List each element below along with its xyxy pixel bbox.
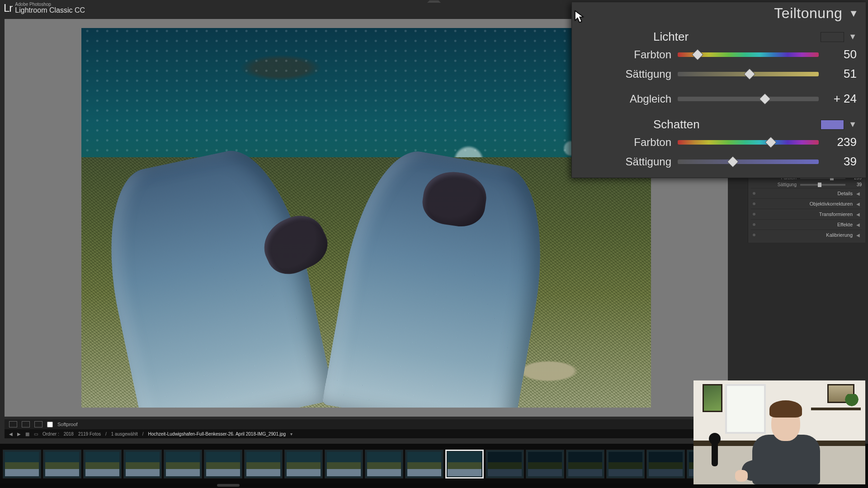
window-grabber[interactable] — [427, 0, 441, 3]
filmstrip-thumb[interactable] — [244, 450, 283, 479]
main-photo[interactable] — [81, 28, 651, 408]
highlights-sat-slider[interactable] — [678, 72, 819, 76]
shadows-sat-value[interactable]: 39 — [825, 155, 857, 169]
app-logo: Lr — [4, 2, 12, 14]
shadows-swatch[interactable] — [821, 120, 844, 130]
path-folder-label: Ordner : — [42, 432, 59, 436]
view-split-icon[interactable] — [34, 421, 42, 427]
filmstrip-thumb[interactable] — [83, 450, 122, 479]
shadows-swatch-menu-icon[interactable]: ▼ — [849, 120, 857, 129]
path-dropdown-icon[interactable]: ▾ — [290, 432, 292, 436]
develop-panel-background: Farbton 239 Sättigung 39 Details◀ Objekt… — [748, 172, 865, 243]
filmstrip-thumb[interactable] — [405, 450, 443, 479]
path-filename[interactable]: Hochzeit-Ludwigshafen-Full-Benkesser-26.… — [148, 432, 286, 436]
section-transform[interactable]: Transformieren◀ — [751, 209, 862, 219]
highlights-sat-label: Sättigung — [581, 68, 671, 80]
balance-slider[interactable] — [678, 97, 819, 101]
section-details[interactable]: Details◀ — [751, 188, 862, 198]
highlights-hue-label: Farbton — [581, 48, 671, 61]
breadcrumb: ◀ ▶ ▦ ▭ Ordner : 2018 2119 Fotos/ 1 ausg… — [5, 429, 732, 438]
filmstrip-thumb[interactable] — [445, 450, 484, 479]
panel-title[interactable]: Teiltonung — [774, 5, 842, 22]
filmstrip-thumb[interactable] — [325, 450, 363, 479]
panel-collapse-icon[interactable]: ▼ — [849, 8, 859, 19]
webcam-overlay — [693, 380, 865, 484]
split-toning-panel: Teiltonung ▼ Lichter ▼ Farbton 50 Sättig… — [571, 2, 866, 178]
filmstrip-thumb[interactable] — [164, 450, 202, 479]
path-count: 2119 Fotos — [78, 432, 101, 436]
nav-back-icon[interactable]: ◀ — [9, 432, 13, 436]
filmstrip-thumb[interactable] — [646, 450, 685, 479]
view-loupe-icon[interactable] — [9, 421, 17, 427]
balance-value[interactable]: + 24 — [825, 92, 857, 106]
path-selected: 1 ausgewählt — [111, 432, 138, 436]
grid-icon[interactable]: ▦ — [25, 432, 29, 436]
section-calibration[interactable]: Kalibrierung◀ — [751, 230, 862, 240]
filmstrip-thumb[interactable] — [606, 450, 645, 479]
path-year[interactable]: 2018 — [64, 432, 74, 436]
shadows-hue-slider[interactable] — [678, 140, 819, 145]
secondary-monitor-icon[interactable]: ▭ — [34, 432, 38, 436]
highlights-hue-slider[interactable] — [678, 52, 819, 57]
highlights-swatch-menu-icon[interactable]: ▼ — [849, 32, 857, 42]
mouse-cursor-icon — [575, 10, 585, 24]
shadows-title: Schatten — [653, 117, 700, 131]
filmstrip-thumb[interactable] — [123, 450, 162, 479]
filmstrip-thumb[interactable] — [526, 450, 564, 479]
filmstrip-thumb[interactable] — [365, 450, 403, 479]
shadows-sat-slider[interactable] — [678, 160, 819, 164]
shadows-hue-label: Farbton — [581, 136, 671, 149]
filmstrip-thumb[interactable] — [3, 450, 41, 479]
shadows-hue-value[interactable]: 239 — [825, 135, 857, 149]
highlights-hue-value[interactable]: 50 — [825, 47, 857, 61]
filmstrip-thumb[interactable] — [43, 450, 81, 479]
softproof-checkbox[interactable] — [47, 422, 53, 427]
app-name: Lightroom Classic CC — [15, 7, 85, 14]
secondary-toolbar: Softproof — [5, 419, 732, 429]
mini-sat-value[interactable]: 39 — [849, 182, 862, 187]
mini-sat-slider[interactable] — [800, 184, 845, 186]
highlights-title: Lichter — [653, 30, 689, 44]
app-header: Lr Adobe Photoshop Lightroom Classic CC — [4, 2, 85, 14]
softproof-label: Softproof — [57, 422, 78, 427]
section-lens[interactable]: Objektivkorrekturen◀ — [751, 198, 862, 209]
section-effects[interactable]: Effekte◀ — [751, 219, 862, 230]
filmstrip-thumb[interactable] — [204, 450, 242, 479]
highlights-swatch[interactable] — [821, 32, 844, 42]
highlights-sat-value[interactable]: 51 — [825, 67, 857, 81]
filmstrip-scroll-handle[interactable] — [217, 484, 240, 487]
filmstrip-thumb[interactable] — [284, 450, 323, 479]
view-before-after-icon[interactable] — [22, 421, 30, 427]
shadows-sat-label: Sättigung — [581, 155, 671, 168]
nav-fwd-icon[interactable]: ▶ — [17, 432, 21, 436]
balance-label: Abgleich — [581, 93, 671, 105]
mini-sat-label: Sättigung — [751, 182, 797, 187]
filmstrip-thumb[interactable] — [566, 450, 604, 479]
filmstrip-thumb[interactable] — [486, 450, 524, 479]
